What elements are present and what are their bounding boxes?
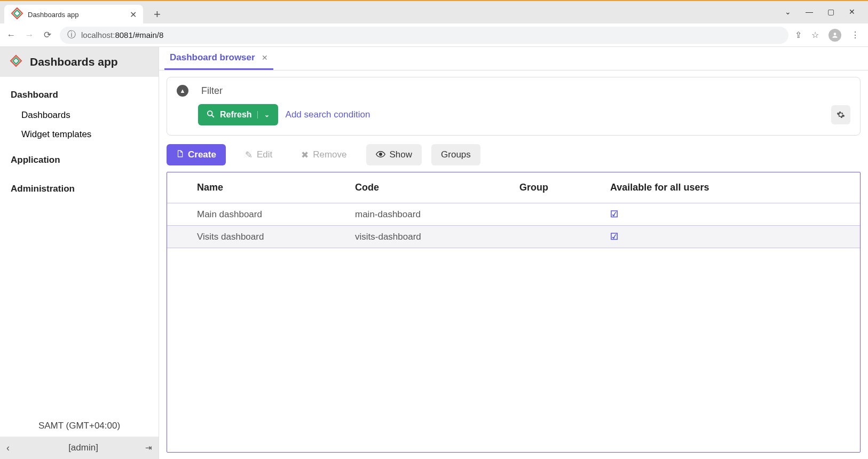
col-code[interactable]: Code <box>351 182 515 193</box>
col-available[interactable]: Available for all users <box>606 182 860 193</box>
main-tab-close-icon[interactable]: ✕ <box>262 53 268 62</box>
address-input[interactable]: ⓘ localhost:8081/#main/8 <box>60 27 788 44</box>
refresh-label: Refresh <box>220 110 252 120</box>
window-maximize-icon[interactable]: ▢ <box>823 7 838 16</box>
sidebar-collapse-icon[interactable]: ‹ <box>6 442 21 454</box>
sidebar-item-administration[interactable]: Administration <box>0 178 159 200</box>
profile-avatar-icon[interactable] <box>828 29 841 42</box>
browser-tab[interactable]: Dashboards app ✕ <box>4 5 143 24</box>
col-name[interactable]: Name <box>186 182 351 193</box>
tab-favicon <box>11 7 23 22</box>
sidebar-header: Dashboards app <box>0 47 159 77</box>
pencil-icon: ✎ <box>245 149 252 161</box>
current-user[interactable]: [admin] <box>21 442 145 453</box>
url-text: localhost:8081/#main/8 <box>81 30 163 39</box>
remove-label: Remove <box>313 149 346 160</box>
user-bar: ‹ [admin] ⇥ <box>0 437 159 459</box>
cell-name: Main dashboard <box>186 209 351 220</box>
sidebar-item-dashboard[interactable]: Dashboard <box>0 84 159 106</box>
app-root: Dashboards app Dashboard Dashboards Widg… <box>0 47 868 459</box>
tab-strip: Dashboards app ✕ + ⌄ — ▢ ✕ <box>0 0 868 23</box>
add-search-condition-link[interactable]: Add search condition <box>286 109 370 120</box>
main-tabs: Dashboard browser ✕ <box>159 47 868 70</box>
app-logo-icon <box>10 54 22 69</box>
groups-label: Groups <box>441 149 471 160</box>
filter-collapse-icon[interactable]: ▲ <box>177 85 188 97</box>
svg-line-6 <box>211 115 214 117</box>
info-icon[interactable]: ⓘ <box>67 29 76 41</box>
sidebar: Dashboards app Dashboard Dashboards Widg… <box>0 47 159 459</box>
table-header: Name Code Group Available for all users <box>167 172 860 203</box>
col-group[interactable]: Group <box>515 182 606 193</box>
tab-close-icon[interactable]: ✕ <box>130 10 137 20</box>
star-icon[interactable]: ☆ <box>811 30 819 40</box>
groups-button[interactable]: Groups <box>431 144 480 165</box>
browser-chrome: Dashboards app ✕ + ⌄ — ▢ ✕ ← → ⟳ ⓘ local… <box>0 0 868 47</box>
cell-code: visits-dashboard <box>351 232 515 242</box>
refresh-dropdown-icon[interactable]: ⌄ <box>257 111 270 118</box>
table-body: Main dashboardmain-dashboard☑Visits dash… <box>167 203 860 248</box>
nav-forward-icon: → <box>23 30 35 41</box>
address-bar: ← → ⟳ ⓘ localhost:8081/#main/8 ⇪ ☆ ⋮ <box>0 23 868 47</box>
browser-right-icons: ⇪ ☆ ⋮ <box>795 29 863 42</box>
gear-icon <box>837 110 845 119</box>
eye-icon <box>376 149 385 160</box>
sidebar-item-application[interactable]: Application <box>0 149 159 171</box>
svg-point-5 <box>208 110 212 115</box>
cell-code: main-dashboard <box>351 209 515 220</box>
content: ▲ Filter Refresh ⌄ Add search condition <box>159 70 868 459</box>
window-chevron-icon[interactable]: ⌄ <box>780 7 795 16</box>
svg-marker-4 <box>13 58 19 64</box>
search-icon <box>207 110 215 120</box>
show-button[interactable]: Show <box>366 144 422 165</box>
table-row[interactable]: Main dashboardmain-dashboard☑ <box>167 203 860 226</box>
refresh-button[interactable]: Refresh ⌄ <box>198 104 278 125</box>
create-button[interactable]: Create <box>167 144 226 165</box>
window-minimize-icon[interactable]: — <box>802 7 817 16</box>
filter-settings-button[interactable] <box>831 105 850 124</box>
kebab-menu-icon[interactable]: ⋮ <box>851 30 859 40</box>
filter-panel: ▲ Filter Refresh ⌄ Add search condition <box>167 77 861 136</box>
show-label: Show <box>390 149 413 160</box>
logout-icon[interactable]: ⇥ <box>145 443 152 453</box>
tab-title: Dashboards app <box>28 11 125 19</box>
sidebar-nav: Dashboard Dashboards Widget templates Ap… <box>0 77 159 200</box>
timezone-label: SAMT (GMT+04:00) <box>0 415 159 437</box>
sidebar-subitem-dashboards[interactable]: Dashboards <box>0 106 159 125</box>
main-tab-label: Dashboard browser <box>170 52 255 63</box>
sidebar-subitem-widget-templates[interactable]: Widget templates <box>0 125 159 144</box>
cell-available: ☑ <box>606 209 860 220</box>
window-controls: ⌄ — ▢ ✕ <box>775 1 865 22</box>
main-area: Dashboard browser ✕ ▲ Filter Refresh ⌄ A… <box>159 47 868 459</box>
nav-back-icon[interactable]: ← <box>5 30 17 41</box>
toolbar: Create ✎ Edit ✖ Remove Show Groups <box>167 144 861 165</box>
create-label: Create <box>188 149 216 160</box>
svg-marker-1 <box>14 10 20 17</box>
svg-point-7 <box>379 153 382 156</box>
nav-reload-icon[interactable]: ⟳ <box>42 29 53 41</box>
main-tab-dashboard-browser[interactable]: Dashboard browser ✕ <box>164 47 273 70</box>
dashboards-table: Name Code Group Available for all users … <box>167 172 861 453</box>
document-icon <box>176 149 184 161</box>
cell-available: ☑ <box>606 231 860 242</box>
table-row[interactable]: Visits dashboardvisits-dashboard☑ <box>167 226 860 248</box>
filter-title: Filter <box>201 85 223 97</box>
edit-label: Edit <box>257 149 272 160</box>
edit-button: ✎ Edit <box>235 144 282 165</box>
share-icon[interactable]: ⇪ <box>795 30 802 40</box>
cell-name: Visits dashboard <box>186 232 351 242</box>
app-title: Dashboards app <box>30 56 118 68</box>
new-tab-button[interactable]: + <box>154 7 161 21</box>
remove-button: ✖ Remove <box>291 144 356 165</box>
svg-point-2 <box>834 33 837 35</box>
window-close-icon[interactable]: ✕ <box>845 7 859 16</box>
x-icon: ✖ <box>301 149 309 161</box>
